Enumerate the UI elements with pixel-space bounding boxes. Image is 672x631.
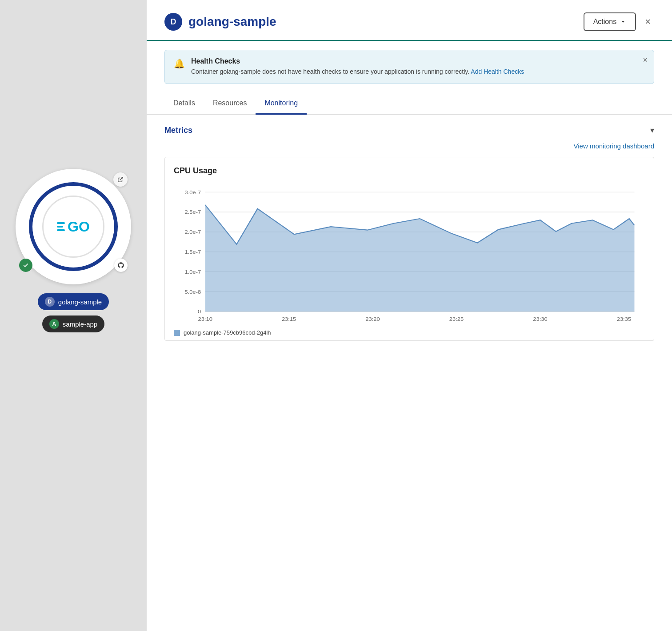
banner-title: Health Checks [191,57,524,65]
health-banner: 🔔 Health Checks Container golang-sample … [164,50,654,84]
cpu-chart-title: CPU Usage [174,166,645,176]
cpu-chart-svg: 3.0e-7 2.5e-7 2.0e-7 1.5e-7 1.0e-7 5.0e-… [174,183,645,325]
close-button[interactable]: × [641,14,654,29]
sidebar: GO D golang-sample A [0,0,147,631]
banner-text: Container golang-sample does not have he… [191,67,524,76]
svg-text:23:35: 23:35 [617,316,632,322]
svg-text:23:20: 23:20 [365,316,380,322]
panel-header: D golang-sample Actions × [147,0,672,41]
chart-legend: golang-sample-759cb96cbd-2g4lh [174,329,645,336]
app-label-name: sample-app [63,320,97,328]
svg-text:5.0e-8: 5.0e-8 [185,289,201,295]
svg-text:23:10: 23:10 [198,316,212,322]
app-label-initial: A [49,319,59,329]
go-logo: GO [57,220,90,234]
cpu-chart-area: 3.0e-7 2.5e-7 2.0e-7 1.5e-7 1.0e-7 5.0e-… [174,183,645,325]
go-line-1 [57,222,65,224]
external-link-badge[interactable] [113,172,128,187]
add-health-checks-link[interactable]: Add Health Checks [471,68,524,75]
app-circle-ring: GO [29,182,118,271]
view-monitoring-dashboard-link[interactable]: View monitoring dashboard [573,142,654,150]
cpu-chart-container: CPU Usage 3.0e-7 2.5e-7 2.0e-7 1.5e-7 [164,157,654,341]
go-line-3 [57,229,65,231]
metrics-title: Metrics [164,126,192,135]
go-text: GO [68,220,90,234]
app-circle-container: GO [16,169,131,284]
tab-details[interactable]: Details [164,93,204,115]
svg-text:23:30: 23:30 [533,316,548,322]
svg-text:1.5e-7: 1.5e-7 [185,249,201,255]
check-badge [19,259,32,272]
app-title: D golang-sample [164,13,276,31]
go-line-2 [57,226,63,228]
svg-text:2.0e-7: 2.0e-7 [185,229,201,235]
container-label-initial: D [45,297,55,307]
go-logo-lines [57,222,65,231]
app-circle-outer: GO [16,169,131,284]
header-actions: Actions × [584,12,654,31]
chevron-down-icon [620,19,626,25]
actions-label: Actions [593,18,616,26]
view-dashboard-link-container: View monitoring dashboard [164,142,654,150]
svg-text:3.0e-7: 3.0e-7 [185,189,201,195]
bell-icon: 🔔 [174,58,185,69]
svg-line-0 [120,177,123,180]
github-badge[interactable] [114,259,128,272]
svg-marker-21 [205,205,635,312]
svg-text:1.0e-7: 1.0e-7 [185,269,201,275]
actions-button[interactable]: Actions [584,12,636,31]
metrics-section: Metrics ▾ View monitoring dashboard CPU … [147,115,672,351]
svg-text:23:15: 23:15 [282,316,296,322]
main-panel: D golang-sample Actions × 🔔 Health Check… [147,0,672,631]
tab-monitoring[interactable]: Monitoring [256,93,307,115]
title-d-badge: D [164,13,182,31]
legend-square [174,330,180,336]
banner-content: Health Checks Container golang-sample do… [191,57,524,76]
svg-text:2.5e-7: 2.5e-7 [185,209,201,215]
svg-text:0: 0 [198,309,201,315]
tab-resources[interactable]: Resources [204,93,256,115]
metrics-header: Metrics ▾ [164,125,654,135]
banner-close-button[interactable]: × [643,56,648,65]
legend-label: golang-sample-759cb96cbd-2g4lh [184,329,271,336]
container-label[interactable]: D golang-sample [38,293,109,310]
container-label-name: golang-sample [58,298,102,306]
app-label[interactable]: A sample-app [42,316,104,332]
app-circle-inner: GO [42,196,104,258]
title-text: golang-sample [188,15,276,29]
metrics-chevron-icon[interactable]: ▾ [650,125,654,135]
svg-text:23:25: 23:25 [449,316,464,322]
tabs: Details Resources Monitoring [147,93,672,115]
